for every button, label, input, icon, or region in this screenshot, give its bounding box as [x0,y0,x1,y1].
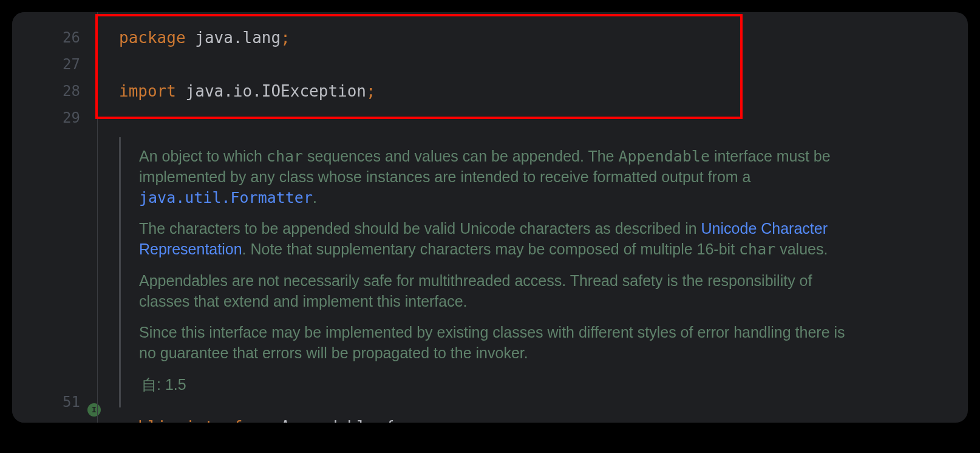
semicolon: ; [366,82,376,100]
doc-text: The characters to be appended should be … [139,220,701,237]
code-line-51[interactable]: public interface Appendable { [98,414,968,423]
keyword-package: package [119,29,195,47]
doc-code-char: char [267,148,303,165]
import-name: java.io.IOException [186,82,366,100]
javadoc-paragraph: The characters to be appended should be … [139,219,866,260]
keyword-public: public [119,418,186,423]
semicolon: ; [281,29,290,47]
code-editor[interactable]: 26 27 28 29 51 I↓ package java.lang; imp… [12,12,968,423]
line-number-text: 51 [63,393,80,410]
doc-text: . Note that supplementary characters may… [242,240,739,257]
code-line-26[interactable]: package java.lang; [98,24,968,51]
doc-link-formatter[interactable]: java.util.Formatter [139,189,313,206]
javadoc-rendered[interactable]: An object to which char sequences and va… [119,137,884,407]
javadoc-since: 自: 1.5 [139,375,866,395]
code-line-28[interactable]: import java.io.IOException; [98,78,968,104]
doc-text: sequences and values can be appended. Th… [303,148,618,165]
javadoc-paragraph: Appendables are not necessarily safe for… [139,271,866,312]
line-number: 27 [12,51,97,78]
keyword-import: import [119,82,186,100]
doc-code-char: char [739,240,775,258]
editor-content: 26 27 28 29 51 I↓ package java.lang; imp… [12,12,968,423]
javadoc-paragraph: Since this interface may be implemented … [139,322,866,364]
javadoc-paragraph: An object to which char sequences and va… [139,146,866,208]
class-name: Appendable [281,418,385,423]
line-number-51[interactable]: 51 I↓ [12,389,97,415]
doc-text: . [313,189,317,206]
line-number: 29 [12,104,97,131]
keyword-interface: interface [186,418,281,423]
code-area[interactable]: package java.lang; import java.io.IOExce… [97,12,968,423]
code-line-29[interactable] [98,104,968,131]
code-line-27[interactable] [98,51,968,78]
gutter: 26 27 28 29 51 I↓ [12,12,97,423]
doc-code-appendable: Appendable [618,148,710,165]
open-brace: { [385,418,395,423]
doc-text: An object to which [139,148,267,165]
line-number: 26 [12,24,97,51]
doc-text: values. [775,240,828,257]
package-name: java.lang [195,29,281,47]
line-number: 28 [12,78,97,104]
